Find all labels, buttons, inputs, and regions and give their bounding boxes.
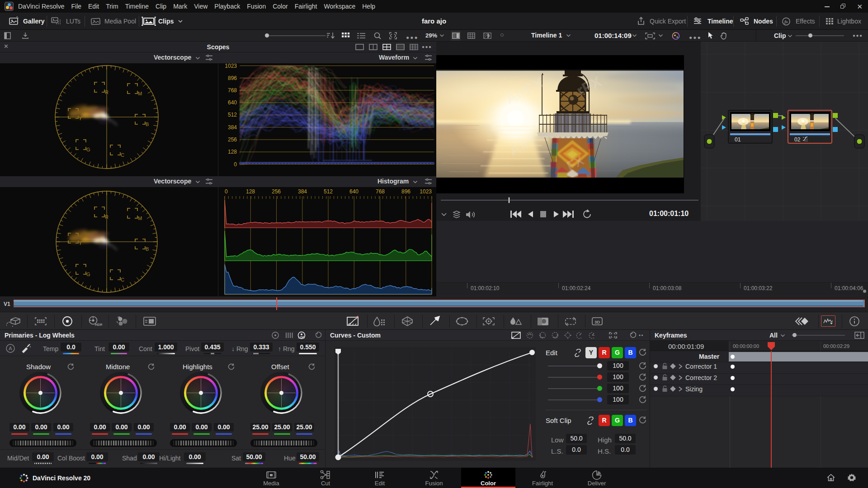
svg-text:128: 128	[246, 188, 255, 195]
svg-text:B: B	[146, 246, 149, 252]
svg-text:B: B	[146, 122, 149, 127]
svg-text:1023: 1023	[420, 188, 432, 195]
svg-text:A: A	[9, 346, 12, 351]
svg-text:768: 768	[228, 87, 237, 94]
svg-text:512: 512	[324, 188, 333, 195]
svg-text:C: C	[121, 152, 124, 158]
svg-text:G: G	[86, 272, 90, 277]
svg-text:640: 640	[228, 99, 237, 106]
svg-text:512: 512	[228, 112, 237, 118]
svg-text:896: 896	[401, 188, 410, 195]
svg-text:3D: 3D	[594, 319, 600, 324]
svg-text:256: 256	[228, 136, 237, 143]
svg-text:LOG: LOG	[298, 336, 305, 339]
svg-text:128: 128	[228, 149, 237, 155]
svg-text:G: G	[86, 147, 90, 152]
svg-text:HDR: HDR	[95, 323, 102, 327]
svg-text:M: M	[138, 91, 142, 96]
svg-text:M: M	[138, 216, 142, 221]
svg-text:C: C	[121, 277, 124, 282]
svg-text:768: 768	[376, 188, 385, 195]
svg-text:02: 02	[794, 136, 801, 143]
svg-text:640: 640	[349, 188, 359, 195]
svg-text:0: 0	[234, 161, 237, 168]
svg-text:R: R	[105, 214, 108, 220]
svg-text:R: R	[105, 89, 108, 95]
svg-text:896: 896	[228, 75, 237, 81]
svg-text:256: 256	[272, 188, 281, 195]
svg-text:1023: 1023	[225, 63, 237, 69]
svg-text:384: 384	[228, 124, 237, 131]
svg-text:0: 0	[225, 188, 228, 195]
svg-text:01: 01	[735, 136, 741, 143]
svg-text:fx: fx	[784, 19, 788, 24]
svg-text:384: 384	[298, 188, 307, 195]
